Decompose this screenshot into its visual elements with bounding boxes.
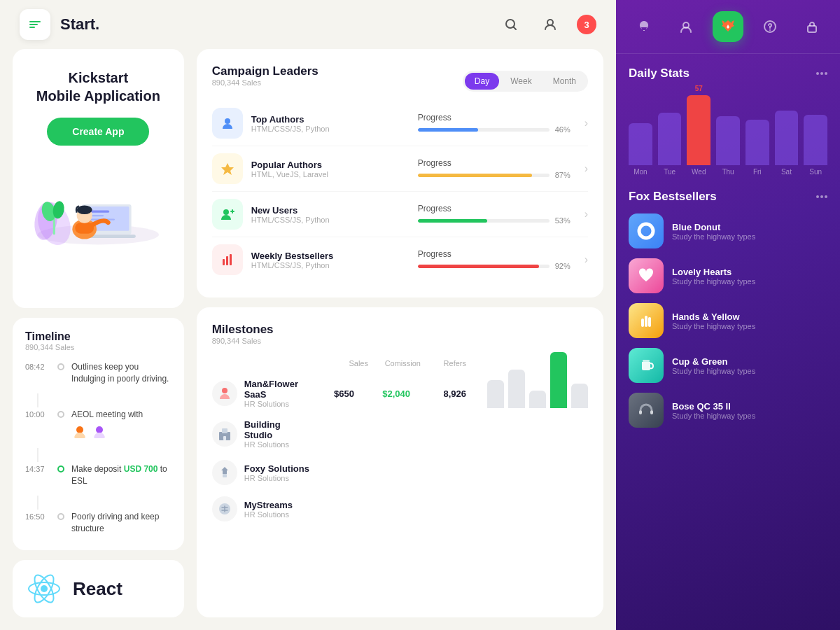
- row-icon-new-users: [212, 199, 243, 230]
- svg-point-22: [76, 426, 83, 433]
- chart-bar-sat: Sat: [775, 108, 799, 176]
- svg-point-30: [223, 209, 229, 215]
- tab-day[interactable]: Day: [465, 73, 499, 90]
- milestones-menu[interactable]: [577, 338, 588, 341]
- milestones-card: Milestones 890,344 Sales Sales Comission: [197, 307, 603, 617]
- svg-point-36: [222, 388, 227, 393]
- search-icon[interactable]: [498, 12, 524, 37]
- header: Start. 3: [0, 0, 616, 49]
- row-icon-popular-authors: [212, 153, 243, 184]
- chart-bar-thu: Thu: [716, 113, 740, 176]
- fox-info-blue-donut: Blue Donut Study the highway types: [672, 222, 827, 241]
- svg-line-4: [514, 27, 517, 30]
- campaign-title: Campaign Leaders: [212, 64, 318, 78]
- daily-stats-menu[interactable]: [816, 72, 827, 75]
- fox-info-cup-green: Cup & Green Study the highway types: [672, 356, 827, 375]
- fox-bestsellers-section: Fox Bestsellers Blue Donut Study the hig…: [629, 190, 827, 428]
- sidebar-top-icons: [616, 0, 840, 54]
- row-arrow[interactable]: ›: [584, 208, 588, 220]
- logo-text: Start.: [60, 15, 99, 34]
- campaign-row-popular-authors: Popular Authors HTML, VueJS, Laravel Pro…: [212, 146, 588, 192]
- main-area: Start. 3 Kickstart: [0, 0, 616, 630]
- svg-rect-34: [226, 256, 228, 265]
- react-card: React: [13, 560, 184, 617]
- react-label: React: [73, 578, 122, 600]
- row-info-popular-authors: Popular Authors HTML, VueJS, Laravel: [251, 160, 410, 178]
- chart-bar-wed: 57 Wed: [687, 85, 710, 176]
- fox-thumb-lovely-hearts: [629, 258, 664, 293]
- middle-column: Campaign Leaders 890,344 Sales Day Week …: [197, 49, 603, 617]
- sidebar-icon-question[interactable]: [755, 11, 785, 42]
- milestone-icon-building-studio: [212, 421, 237, 447]
- kickstart-illustration: [27, 153, 170, 308]
- timeline-card: Timeline 890,344 Sales 08:42 Outlines ke…: [13, 318, 184, 550]
- fox-bestsellers-title: Fox Bestsellers: [629, 190, 717, 204]
- milestone-icon-mystreams: [212, 496, 237, 522]
- fox-info-bose-qc35: Bose QC 35 II Study the highway types: [672, 401, 827, 420]
- fox-item-hands-yellow[interactable]: Hands & Yellow Study the highway types: [629, 303, 827, 338]
- svg-point-24: [41, 585, 48, 592]
- milestone-name-building-studio: Building Studio HR Solutions: [244, 419, 298, 449]
- svg-rect-47: [641, 318, 644, 327]
- header-left: Start.: [20, 9, 99, 40]
- fox-info-lovely-hearts: Lovely Hearts Study the highway types: [672, 267, 827, 286]
- tab-week[interactable]: Week: [500, 73, 541, 90]
- campaign-card: Campaign Leaders 890,344 Sales Day Week …: [197, 49, 603, 298]
- row-icon-weekly-bestsellers: [212, 244, 243, 275]
- right-sidebar: Daily Stats Mon Tue 57 Wed: [616, 0, 840, 630]
- milestone-sales: $650: [305, 388, 354, 399]
- svg-rect-19: [53, 218, 55, 235]
- sidebar-icon-fox[interactable]: [713, 11, 743, 42]
- milestone-name-mystreams: MyStreams HR Solutions: [244, 500, 466, 519]
- milestones-title: Milestones: [212, 323, 274, 337]
- sidebar-body: Daily Stats Mon Tue 57 Wed: [616, 54, 840, 630]
- fox-thumb-hands-yellow: [629, 303, 664, 338]
- svg-rect-45: [808, 26, 816, 32]
- create-app-button[interactable]: Create App: [47, 118, 149, 146]
- campaign-subtitle: 890,344 Sales: [212, 78, 318, 87]
- campaign-header: Campaign Leaders 890,344 Sales Day Week …: [212, 64, 588, 98]
- daily-stats-chart: Mon Tue 57 Wed Thu Fri: [629, 92, 827, 176]
- tab-group: Day Week Month: [463, 71, 588, 92]
- campaign-row-new-users: New Users HTML/CSS/JS, Python Progress 5…: [212, 192, 588, 237]
- chart-bar-sun: Sun: [804, 112, 827, 176]
- timeline-item: 14:37 Make deposit USD 700 to ESL: [25, 463, 172, 487]
- fox-bestsellers-menu[interactable]: [816, 195, 827, 198]
- svg-rect-1: [29, 24, 38, 25]
- user-icon[interactable]: [538, 12, 563, 37]
- svg-rect-50: [643, 360, 650, 362]
- milestone-commission: $2,040: [361, 388, 410, 399]
- notification-badge[interactable]: 3: [577, 15, 596, 34]
- fox-item-bose-qc35[interactable]: Bose QC 35 II Study the highway types: [629, 393, 827, 428]
- logo-icon: [20, 9, 50, 40]
- content: Kickstart Mobile Application Create App: [0, 49, 616, 630]
- fox-item-cup-green[interactable]: Cup & Green Study the highway types: [629, 348, 827, 383]
- row-arrow[interactable]: ›: [584, 253, 588, 266]
- fox-bestsellers-header: Fox Bestsellers: [629, 190, 827, 204]
- left-column: Kickstart Mobile Application Create App: [13, 49, 184, 617]
- sidebar-icon-user[interactable]: [671, 11, 701, 42]
- fox-thumb-blue-donut: [629, 214, 664, 248]
- kickstart-card: Kickstart Mobile Application Create App: [13, 49, 184, 308]
- svg-rect-49: [648, 317, 651, 327]
- sidebar-icon-lock[interactable]: [797, 11, 827, 42]
- header-right: 3: [498, 12, 596, 37]
- milestones-mini-chart: [473, 359, 588, 408]
- timeline-item: 10:00 AEOL meeting with: [25, 409, 172, 440]
- timeline-item: 08:42 Outlines keep you Indulging in poo…: [25, 361, 172, 385]
- milestone-icon-foxy: [212, 460, 237, 485]
- milestones-header: Milestones 890,344 Sales: [212, 323, 588, 356]
- milestone-row-building-studio: Building Studio HR Solutions: [212, 414, 466, 454]
- svg-point-23: [96, 426, 103, 433]
- tab-month[interactable]: Month: [543, 73, 586, 90]
- row-arrow[interactable]: ›: [584, 162, 588, 175]
- milestones-subtitle: 890,344 Sales: [212, 337, 274, 345]
- sidebar-icon-bulb[interactable]: [629, 11, 659, 42]
- daily-stats-title: Daily Stats: [629, 66, 690, 80]
- fox-item-lovely-hearts[interactable]: Lovely Hearts Study the highway types: [629, 258, 827, 293]
- milestone-name-foxy: Foxy Solutions HR Solutions: [244, 463, 466, 482]
- chart-bar-mon: Mon: [629, 120, 652, 176]
- row-progress-weekly-bestsellers: Progress 92%: [418, 249, 576, 270]
- row-arrow[interactable]: ›: [584, 117, 588, 130]
- fox-item-blue-donut[interactable]: Blue Donut Study the highway types: [629, 214, 827, 248]
